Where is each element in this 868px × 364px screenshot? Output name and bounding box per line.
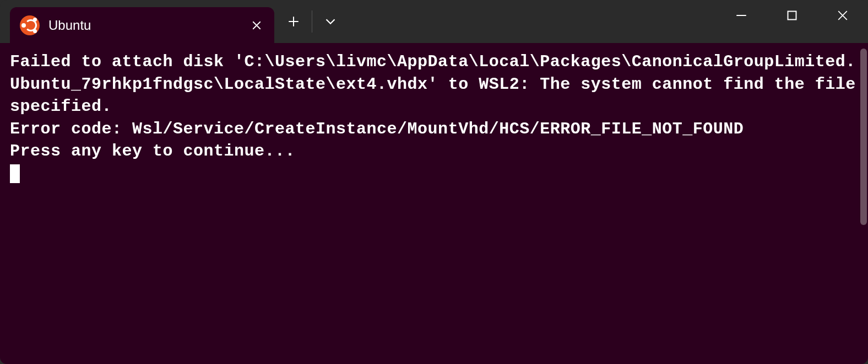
maximize-button[interactable] — [767, 0, 817, 31]
terminal-line: Failed to attach disk 'C:\Users\livmc\Ap… — [10, 52, 866, 116]
tab-title: Ubuntu — [48, 18, 240, 33]
ubuntu-logo-icon — [20, 15, 40, 35]
maximize-icon — [786, 10, 798, 21]
terminal-line: Press any key to continue... — [10, 142, 295, 160]
scrollbar-thumb[interactable] — [860, 49, 867, 225]
close-window-button[interactable] — [817, 0, 868, 31]
minimize-icon — [736, 10, 747, 21]
chevron-down-icon — [325, 16, 336, 27]
close-icon — [837, 10, 848, 21]
separator — [312, 10, 312, 33]
terminal-cursor — [10, 164, 20, 183]
terminal-line: Error code: Wsl/Service/CreateInstance/M… — [10, 120, 744, 138]
svg-rect-0 — [788, 12, 796, 20]
tab-ubuntu[interactable]: Ubuntu — [10, 7, 274, 43]
new-tab-button[interactable] — [276, 0, 311, 43]
terminal-output: Failed to attach disk 'C:\Users\livmc\Ap… — [10, 51, 858, 185]
close-icon — [252, 20, 262, 30]
close-tab-button[interactable] — [249, 18, 264, 33]
minimize-button[interactable] — [716, 0, 767, 31]
terminal-body[interactable]: Failed to attach disk 'C:\Users\livmc\Ap… — [0, 43, 868, 364]
plus-icon — [288, 16, 299, 27]
titlebar: Ubuntu — [0, 0, 868, 43]
tab-strip-controls — [276, 0, 348, 43]
window-controls — [716, 0, 868, 31]
tab-dropdown-button[interactable] — [313, 0, 348, 43]
